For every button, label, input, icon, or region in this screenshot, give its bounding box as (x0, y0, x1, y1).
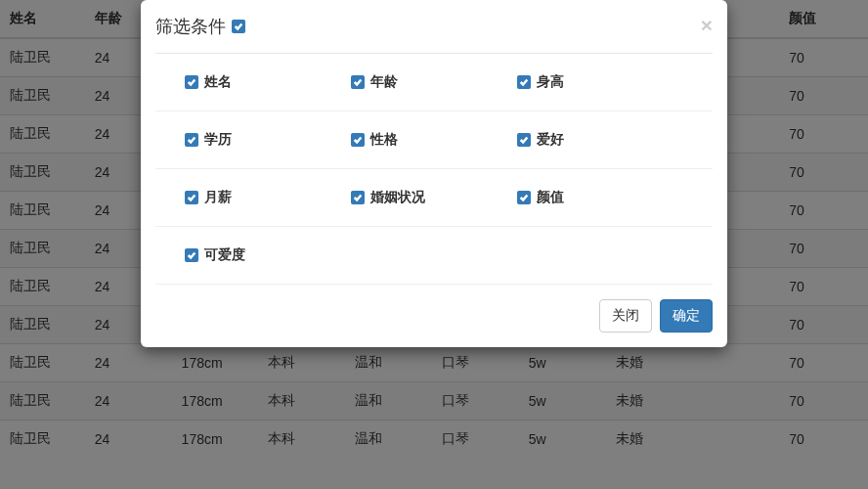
filter-row: 可爱度 (155, 227, 713, 285)
checkbox-icon[interactable] (351, 133, 365, 147)
checkbox-icon[interactable] (351, 75, 365, 89)
filter-label: 性格 (370, 131, 398, 149)
filter-item[interactable]: 身高 (517, 73, 683, 91)
filter-modal: 筛选条件 × 姓名年龄身高学历性格爱好月薪婚姻状况颜值可爱度 关闭 确定 (141, 0, 727, 347)
modal-header: 筛选条件 × (141, 0, 727, 53)
filter-item[interactable]: 月薪 (185, 189, 351, 206)
checkbox-icon[interactable] (517, 191, 531, 204)
filter-label: 姓名 (204, 73, 232, 91)
filter-item[interactable]: 爱好 (517, 131, 683, 149)
filter-label: 身高 (537, 73, 564, 91)
filter-item-empty (517, 246, 683, 264)
filter-item[interactable]: 学历 (185, 131, 351, 149)
close-icon[interactable]: × (701, 15, 713, 35)
filter-item[interactable]: 性格 (351, 131, 517, 149)
filter-item[interactable]: 可爱度 (185, 246, 351, 264)
close-button[interactable]: 关闭 (599, 299, 652, 333)
checkbox-icon[interactable] (185, 133, 198, 147)
filter-label: 可爱度 (204, 246, 245, 264)
checkbox-icon[interactable] (351, 191, 365, 204)
modal-title-text: 筛选条件 (155, 15, 226, 38)
filter-item[interactable]: 婚姻状况 (351, 189, 517, 206)
select-all-checkbox-icon[interactable] (232, 20, 245, 33)
checkbox-icon[interactable] (517, 133, 531, 147)
filter-item-empty (351, 246, 517, 264)
modal-title: 筛选条件 (155, 15, 245, 38)
modal-body: 姓名年龄身高学历性格爱好月薪婚姻状况颜值可爱度 (141, 53, 727, 285)
filter-label: 学历 (204, 131, 232, 149)
filter-item[interactable]: 颜值 (517, 189, 683, 206)
filter-row: 学历性格爱好 (155, 111, 713, 169)
filter-label: 年龄 (370, 73, 398, 91)
filter-row: 月薪婚姻状况颜值 (155, 169, 713, 227)
filter-label: 颜值 (537, 189, 564, 206)
filter-row: 姓名年龄身高 (155, 54, 713, 111)
filter-grid: 姓名年龄身高学历性格爱好月薪婚姻状况颜值可爱度 (155, 53, 713, 285)
filter-label: 婚姻状况 (370, 189, 425, 206)
modal-footer: 关闭 确定 (141, 285, 727, 347)
filter-label: 月薪 (204, 189, 232, 206)
confirm-button[interactable]: 确定 (660, 299, 713, 333)
checkbox-icon[interactable] (185, 248, 198, 262)
checkbox-icon[interactable] (185, 75, 198, 89)
filter-label: 爱好 (537, 131, 564, 149)
checkbox-icon[interactable] (517, 75, 531, 89)
checkbox-icon[interactable] (185, 191, 198, 204)
filter-item[interactable]: 姓名 (185, 73, 351, 91)
filter-item[interactable]: 年龄 (351, 73, 517, 91)
